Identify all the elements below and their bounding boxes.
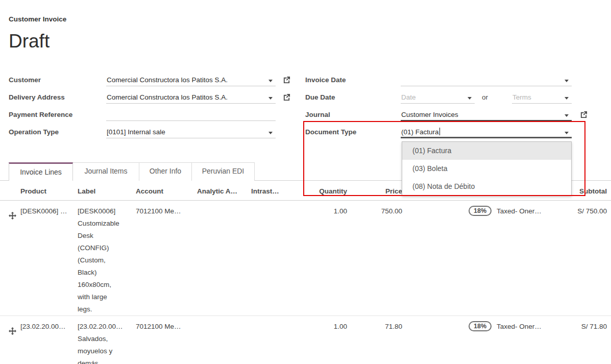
invoice-date-label: Invoice Date [305,75,346,85]
record-type-heading: Customer Invoice [9,15,66,23]
cell-quantity[interactable]: 1.00 [295,316,347,333]
chevron-down-icon[interactable] [565,80,569,82]
tax-label: Taxed- Oner… [497,207,542,215]
chevron-down-icon[interactable] [268,80,273,82]
column-header-price: Price [347,184,402,200]
chevron-down-icon[interactable] [268,132,273,134]
invoice-date-input[interactable] [401,75,572,86]
column-header-account: Account [136,184,197,200]
operation-type-label: Operation Type [9,127,59,137]
dropdown-option-boleta[interactable]: (03) Boleta [402,160,571,178]
dropdown-option-factura[interactable]: (01) Factura [402,142,571,160]
tab-invoice-lines[interactable]: Invoice Lines [9,162,73,181]
delivery-address-input[interactable]: Comercial Constructora los Patitos S.A. [106,92,276,104]
journal-value[interactable]: Customer Invoices [401,111,458,118]
customer-input[interactable]: Comercial Constructora los Patitos S.A. [106,75,276,86]
cell-account[interactable]: 7012100 Me… [136,316,197,333]
payment-reference-label: Payment Reference [9,110,72,120]
document-type-dropdown: (01) Factura (03) Boleta (08) Nota de Dé… [402,141,572,196]
due-date-or-text: or [482,92,488,103]
dropdown-option-nota-debito[interactable]: (08) Nota de Débito [402,178,571,196]
cell-intrastat[interactable] [251,316,295,321]
due-date-label: Due Date [305,92,335,103]
delivery-address-value[interactable]: Comercial Constructora los Patitos S.A. [106,93,228,101]
table-row: [DESK0006] … [DESK0006] Customizable Des… [0,201,611,316]
external-link-icon[interactable] [283,93,291,102]
document-type-label: Document Type [305,127,356,137]
due-date-date-placeholder[interactable]: Date [401,93,416,101]
tab-peruvian-edi[interactable]: Peruvian EDI [192,162,255,181]
tab-other-info[interactable]: Other Info [139,162,192,181]
cell-product[interactable]: [DESK0006] … [20,201,78,217]
journal-label: Journal [305,110,330,120]
column-header-subtotal: Subtotal [567,184,611,200]
header-handle-spacer [0,184,20,200]
cell-subtotal: S/ 750.00 [567,201,611,217]
move-icon [9,327,16,335]
operation-type-value[interactable]: [0101] Internal sale [106,128,165,136]
invoice-lines-body: [DESK0006] … [DESK0006] Customizable Des… [0,201,611,364]
column-header-intrastat: Intrast… [251,184,295,200]
column-header-analytic: Analytic A… [197,184,251,200]
drag-handle[interactable] [0,201,20,220]
invoice-date-value[interactable] [401,76,401,84]
cell-label[interactable]: [23.02.20.00… Salvados, moyuelos y demás [78,316,136,364]
table-row: [23.02.20.00… [23.02.20.00… Salvados, mo… [0,316,611,364]
document-type-input[interactable]: (01) Factura [401,127,572,138]
payment-reference-value[interactable] [106,111,107,118]
column-header-label: Label [78,184,136,200]
cell-product[interactable]: [23.02.20.00… [20,316,78,333]
cell-label[interactable]: [DESK0006] Customizable Desk (CONFIG) (C… [78,201,136,316]
text-cursor [439,128,440,135]
cell-subtotal: S/ 71.80 [567,316,611,333]
external-link-icon[interactable] [283,76,291,84]
customer-value[interactable]: Comercial Constructora los Patitos S.A. [106,76,228,84]
column-header-quantity: Quantity [295,184,347,200]
column-header-product: Product [20,184,78,200]
cell-analytic[interactable] [197,316,251,321]
chevron-down-icon[interactable] [565,114,569,117]
chevron-down-icon[interactable] [468,97,472,100]
due-date-date-input[interactable]: Date [401,92,475,104]
page-title: Draft [9,31,50,52]
document-type-value[interactable]: (01) Factura [401,128,439,136]
delivery-address-label: Delivery Address [9,92,65,103]
cell-price[interactable]: 71.80 [347,316,402,333]
invoice-form-page: Customer Invoice Draft Customer Comercia… [0,0,611,364]
cell-quantity[interactable]: 1.00 [295,201,347,217]
cell-taxes[interactable]: 18%Taxed- Oner… [402,316,567,333]
due-date-terms-input[interactable]: Terms [512,92,572,104]
due-date-terms-placeholder[interactable]: Terms [512,93,531,101]
tax-label: Taxed- Oner… [497,323,542,330]
chevron-down-icon[interactable] [565,97,569,100]
chevron-down-icon[interactable] [268,97,273,100]
cell-intrastat[interactable] [251,201,295,205]
cell-analytic[interactable] [197,201,251,205]
cell-price[interactable]: 750.00 [347,201,402,217]
operation-type-input[interactable]: [0101] Internal sale [106,127,276,138]
drag-handle[interactable] [0,316,20,335]
external-link-icon[interactable] [580,111,588,119]
tax-badge[interactable]: 18% [469,206,492,216]
cell-account[interactable]: 7012100 Me… [136,201,197,217]
cell-taxes[interactable]: 18%Taxed- Oner… [402,201,567,217]
payment-reference-input[interactable] [106,110,276,121]
customer-label: Customer [9,75,41,85]
tab-journal-items[interactable]: Journal Items [73,162,139,181]
journal-input[interactable]: Customer Invoices [401,110,572,121]
chevron-down-icon[interactable] [565,132,569,134]
move-icon [9,212,16,220]
tax-badge[interactable]: 18% [469,321,492,331]
